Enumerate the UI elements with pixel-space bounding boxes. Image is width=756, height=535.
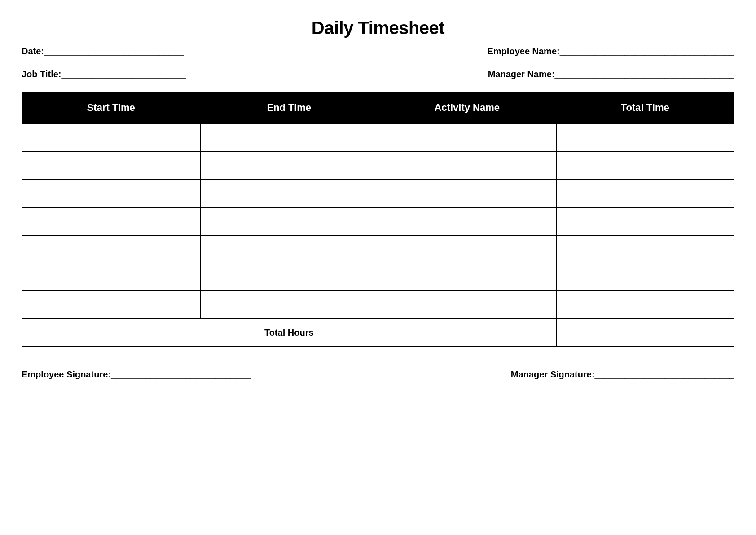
- cell-activity-name[interactable]: [378, 180, 556, 207]
- cell-start-time[interactable]: [22, 180, 200, 207]
- table-row: [22, 180, 734, 207]
- cell-end-time[interactable]: [200, 207, 378, 235]
- cell-start-time[interactable]: [22, 235, 200, 263]
- page-title: Daily Timesheet: [22, 18, 734, 38]
- header-total-time: Total Time: [556, 92, 734, 124]
- table-row: [22, 152, 734, 180]
- cell-activity-name[interactable]: [378, 291, 556, 319]
- table-row: [22, 124, 734, 152]
- manager-signature-label: Manager Signature:: [511, 369, 595, 380]
- info-row-1: Date: ____________________________ Emplo…: [22, 46, 734, 57]
- total-hours-label: Total Hours: [22, 319, 556, 346]
- manager-name-field[interactable]: Manager Name: __________________________…: [488, 69, 734, 79]
- cell-start-time[interactable]: [22, 291, 200, 319]
- date-line: ____________________________: [44, 46, 184, 57]
- cell-activity-name[interactable]: [378, 207, 556, 235]
- manager-signature-line: ____________________________: [595, 369, 734, 380]
- job-title-field[interactable]: Job Title: _________________________: [22, 69, 186, 79]
- header-activity-name: Activity Name: [378, 92, 556, 124]
- job-title-label: Job Title:: [22, 69, 62, 79]
- table-row: [22, 235, 734, 263]
- employee-signature-field[interactable]: Employee Signature: ____________________…: [22, 369, 251, 380]
- cell-activity-name[interactable]: [378, 152, 556, 180]
- date-field[interactable]: Date: ____________________________: [22, 46, 184, 57]
- date-label: Date:: [22, 46, 44, 57]
- cell-total-time[interactable]: [556, 152, 734, 180]
- cell-start-time[interactable]: [22, 124, 200, 152]
- table-row: [22, 263, 734, 291]
- cell-activity-name[interactable]: [378, 263, 556, 291]
- cell-total-time[interactable]: [556, 180, 734, 207]
- timesheet-table: Start Time End Time Activity Name Total …: [22, 92, 734, 347]
- manager-name-label: Manager Name:: [488, 69, 555, 79]
- header-end-time: End Time: [200, 92, 378, 124]
- cell-end-time[interactable]: [200, 235, 378, 263]
- employee-name-line: ___________________________________: [560, 46, 734, 57]
- cell-end-time[interactable]: [200, 180, 378, 207]
- employee-signature-line: ____________________________: [111, 369, 251, 380]
- cell-start-time[interactable]: [22, 263, 200, 291]
- cell-activity-name[interactable]: [378, 235, 556, 263]
- cell-end-time[interactable]: [200, 152, 378, 180]
- cell-total-time[interactable]: [556, 235, 734, 263]
- table-row: [22, 207, 734, 235]
- header-start-time: Start Time: [22, 92, 200, 124]
- cell-total-time[interactable]: [556, 263, 734, 291]
- total-row: Total Hours: [22, 319, 734, 346]
- manager-signature-field[interactable]: Manager Signature: _____________________…: [511, 369, 734, 380]
- cell-activity-name[interactable]: [378, 124, 556, 152]
- table-header-row: Start Time End Time Activity Name Total …: [22, 92, 734, 124]
- cell-end-time[interactable]: [200, 263, 378, 291]
- cell-end-time[interactable]: [200, 124, 378, 152]
- cell-start-time[interactable]: [22, 207, 200, 235]
- table-body: Total Hours: [22, 124, 734, 346]
- employee-signature-label: Employee Signature:: [22, 369, 111, 380]
- cell-total-time[interactable]: [556, 124, 734, 152]
- cell-total-time[interactable]: [556, 207, 734, 235]
- table-row: [22, 291, 734, 319]
- signature-row: Employee Signature: ____________________…: [22, 369, 734, 380]
- employee-name-label: Employee Name:: [488, 46, 560, 57]
- cell-end-time[interactable]: [200, 291, 378, 319]
- total-hours-value[interactable]: [556, 319, 734, 346]
- cell-total-time[interactable]: [556, 291, 734, 319]
- job-title-line: _________________________: [62, 69, 186, 79]
- employee-name-field[interactable]: Employee Name: _________________________…: [488, 46, 734, 57]
- info-row-2: Job Title: _________________________ Man…: [22, 69, 734, 79]
- cell-start-time[interactable]: [22, 152, 200, 180]
- manager-name-line: ____________________________________: [555, 69, 734, 79]
